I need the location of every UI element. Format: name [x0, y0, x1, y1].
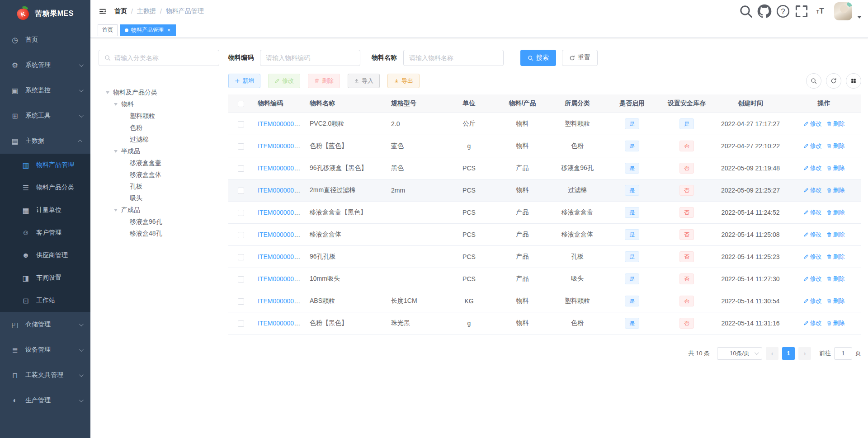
row-checkbox[interactable] — [238, 254, 244, 260]
tree-node[interactable]: 移液盒盒盖 — [99, 157, 219, 169]
tree-node[interactable]: 移液盒48孔 — [99, 228, 219, 240]
item-code-link[interactable]: ITEM00000053 — [258, 253, 301, 260]
tree-node[interactable]: 半成品 — [99, 146, 219, 157]
import-button[interactable]: 导入 — [348, 74, 380, 88]
fullscreen-icon[interactable] — [794, 3, 809, 19]
page-size-select[interactable]: 10条/页 — [717, 347, 762, 360]
delete-row-button[interactable]: 删除 — [826, 186, 845, 194]
sidebar-item[interactable]: ☻供应商管理 — [0, 244, 90, 267]
tree-node[interactable]: 色粉 — [99, 122, 219, 134]
edit-row-button[interactable]: 修改 — [803, 253, 822, 261]
delete-row-button[interactable]: 删除 — [826, 231, 845, 239]
delete-row-button[interactable]: 删除 — [826, 275, 845, 283]
edit-row-button[interactable]: 修改 — [803, 275, 822, 283]
tree-node[interactable]: 物料及产品分类 — [99, 87, 219, 99]
tree-node[interactable]: 移液盒96孔 — [99, 216, 219, 228]
row-checkbox[interactable] — [238, 276, 244, 283]
row-checkbox[interactable] — [238, 121, 244, 127]
delete-row-button[interactable]: 删除 — [826, 253, 845, 261]
sidebar-item[interactable]: ⊓工装夹具管理 — [0, 363, 90, 388]
delete-row-button[interactable]: 删除 — [826, 142, 845, 150]
font-size-icon[interactable]: TT — [813, 3, 827, 19]
row-checkbox[interactable] — [238, 232, 244, 238]
edit-row-button[interactable]: 修改 — [803, 164, 822, 172]
sidebar-item[interactable]: ▦计量单位 — [0, 199, 90, 221]
select-all-checkbox[interactable] — [238, 101, 244, 107]
sidebar-item[interactable]: ⊡工作站 — [0, 289, 90, 312]
item-code-link[interactable]: ITEM00000054 — [258, 275, 301, 283]
sidebar-item[interactable]: ◐生产管理 — [0, 388, 90, 413]
delete-row-button[interactable]: 删除 — [826, 208, 845, 217]
page-number-1[interactable]: 1 — [782, 347, 795, 360]
tab-item[interactable]: 首页 — [98, 24, 118, 36]
tree-node[interactable]: 产成品 — [99, 204, 219, 216]
delete-row-button[interactable]: 删除 — [826, 319, 845, 327]
delete-row-button[interactable]: 删除 — [826, 164, 845, 172]
breadcrumb-item[interactable]: 主数据 — [137, 7, 156, 15]
sidebar-collapse-icon[interactable] — [98, 7, 107, 16]
sidebar-item[interactable]: ⚙系统管理 — [0, 52, 90, 78]
sidebar-item[interactable]: ▤主数据 — [0, 128, 90, 154]
sidebar-item[interactable]: ◷首页 — [0, 27, 90, 52]
goto-page-input[interactable] — [834, 347, 852, 360]
edit-row-button[interactable]: 修改 — [803, 297, 822, 305]
sidebar-item[interactable]: ▥物料产品管理 — [0, 154, 90, 176]
item-code-link[interactable]: ITEM00000049 — [258, 187, 301, 194]
edit-row-button[interactable]: 修改 — [803, 186, 822, 194]
user-avatar[interactable] — [834, 2, 852, 20]
question-icon[interactable]: ? — [776, 3, 790, 19]
delete-button[interactable]: 删除 — [308, 74, 340, 88]
sidebar-item[interactable]: ☰物料产品分类 — [0, 176, 90, 199]
tab-active[interactable]: 物料产品管理× — [120, 24, 176, 36]
edit-button[interactable]: 修改 — [268, 74, 300, 88]
prev-page-button[interactable]: ‹ — [766, 347, 778, 360]
next-page-button[interactable]: › — [798, 347, 811, 360]
row-checkbox[interactable] — [238, 188, 244, 194]
item-code-link[interactable]: ITEM00000056 — [258, 320, 301, 327]
reset-button[interactable]: 重置 — [562, 50, 598, 66]
sidebar-item[interactable]: ◰仓储管理 — [0, 312, 90, 337]
tree-node[interactable]: 孔板 — [99, 181, 219, 193]
edit-row-button[interactable]: 修改 — [803, 120, 822, 128]
row-checkbox[interactable] — [238, 320, 244, 327]
tree-node[interactable]: 吸头 — [99, 193, 219, 204]
item-code-link[interactable]: ITEM00000055 — [258, 297, 301, 305]
add-button[interactable]: 新增 — [228, 74, 260, 88]
item-name-input[interactable] — [403, 50, 504, 66]
sidebar-item[interactable]: ▣系统监控 — [0, 78, 90, 103]
user-menu-caret-icon[interactable] — [857, 16, 862, 19]
edit-row-button[interactable]: 修改 — [803, 142, 822, 150]
delete-row-button[interactable]: 删除 — [826, 297, 845, 305]
item-code-link[interactable]: ITEM00000052 — [258, 231, 301, 238]
tree-node[interactable]: 移液盒盒体 — [99, 169, 219, 181]
delete-row-button[interactable]: 删除 — [826, 120, 845, 128]
breadcrumb-item[interactable]: 首页 — [114, 7, 127, 15]
item-code-link[interactable]: ITEM00000037 — [258, 120, 301, 127]
app-logo[interactable]: K 苦糖果MES — [0, 0, 90, 27]
tree-search-input[interactable] — [114, 54, 213, 61]
edit-row-button[interactable]: 修改 — [803, 231, 822, 239]
item-code-link[interactable]: ITEM00000046 — [258, 165, 301, 172]
sidebar-item[interactable]: ☺客户管理 — [0, 221, 90, 244]
export-button[interactable]: 导出 — [387, 74, 420, 88]
edit-row-button[interactable]: 修改 — [803, 208, 822, 217]
tree-node[interactable]: 塑料颗粒 — [99, 110, 219, 122]
github-icon[interactable] — [757, 3, 772, 19]
search-icon[interactable] — [739, 3, 753, 19]
item-code-link[interactable]: ITEM00000041 — [258, 142, 301, 150]
sidebar-item[interactable]: ≣设备管理 — [0, 337, 90, 363]
search-button[interactable]: 搜索 — [520, 50, 556, 66]
sidebar-item[interactable]: ◨车间设置 — [0, 267, 90, 289]
refresh-table-button[interactable] — [826, 73, 841, 89]
close-icon[interactable]: × — [166, 27, 171, 33]
item-code-link[interactable]: ITEM00000051 — [258, 209, 301, 216]
item-code-input[interactable] — [260, 50, 360, 66]
row-checkbox[interactable] — [238, 143, 244, 150]
tree-node[interactable]: 过滤棉 — [99, 134, 219, 146]
row-checkbox[interactable] — [238, 298, 244, 305]
sidebar-item[interactable]: ⊞系统工具 — [0, 103, 90, 128]
edit-row-button[interactable]: 修改 — [803, 319, 822, 327]
row-checkbox[interactable] — [238, 165, 244, 172]
column-settings-button[interactable] — [846, 73, 861, 89]
row-checkbox[interactable] — [238, 210, 244, 216]
